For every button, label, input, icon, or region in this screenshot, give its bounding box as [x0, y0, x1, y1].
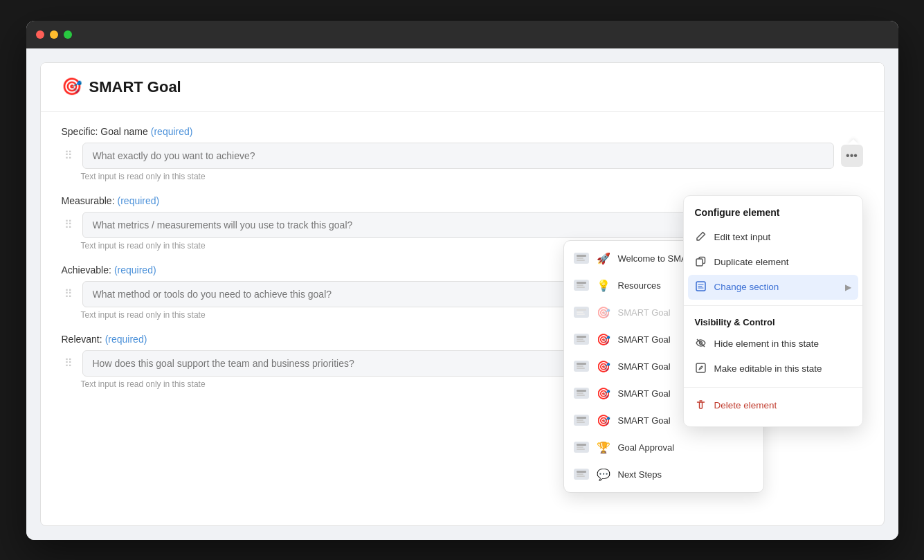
section-emoji-sg2: 🎯 — [596, 360, 611, 373]
drag-handle-achievable[interactable]: ⠿ — [62, 287, 75, 300]
section-box-icon-approval — [574, 442, 589, 453]
pencil-icon — [695, 231, 707, 244]
svg-rect-9 — [577, 336, 586, 338]
more-button-specific[interactable]: ••• — [841, 145, 863, 167]
section-box-icon-resources — [574, 280, 589, 291]
section-label-sg4: SMART Goal — [618, 415, 671, 426]
section-label-sg3: SMART Goal — [618, 388, 671, 399]
svg-rect-23 — [577, 449, 585, 450]
form-area: Specific: Goal name(required) ⠿ ••• Text… — [41, 112, 884, 525]
section-label-sg2: SMART Goal — [618, 361, 671, 372]
hide-element-item[interactable]: Hide element in this state — [684, 332, 862, 356]
make-editable-item[interactable]: Make editable in this state — [684, 356, 862, 381]
svg-rect-31 — [696, 363, 705, 372]
svg-rect-26 — [577, 476, 585, 477]
delete-label: Delete element — [714, 400, 777, 410]
delete-element-item[interactable]: Delete element — [684, 393, 862, 418]
svg-rect-15 — [577, 390, 586, 392]
main-window: 🎯 SMART Goal Specific: Goal name(require… — [26, 21, 898, 540]
app-title: SMART Goal — [89, 78, 181, 96]
section-emoji-nextsteps: 💬 — [596, 468, 611, 481]
make-editable-label: Make editable in this state — [714, 363, 822, 374]
edit-text-label: Edit text input — [714, 232, 771, 242]
svg-rect-5 — [577, 287, 585, 288]
drag-handle-specific[interactable]: ⠿ — [62, 149, 75, 162]
editable-icon — [695, 363, 707, 375]
app-header: 🎯 SMART Goal — [41, 63, 884, 112]
svg-rect-4 — [577, 284, 583, 286]
section-label-sg1: SMART Goal — [618, 334, 671, 345]
svg-rect-21 — [577, 444, 586, 446]
maximize-button[interactable] — [64, 30, 72, 39]
context-menu: Configure element Edit text input Duplic… — [683, 195, 863, 427]
target-icon: 🎯 — [62, 77, 82, 98]
section-icon — [695, 281, 707, 293]
svg-rect-19 — [577, 419, 583, 421]
field-label-specific: Specific: Goal name(required) — [62, 126, 863, 137]
minimize-button[interactable] — [50, 30, 58, 39]
chevron-right-icon: ▶ — [845, 282, 851, 292]
section-box-icon-sg2 — [574, 361, 589, 372]
svg-rect-17 — [577, 395, 585, 396]
section-label-approval: Goal Approval — [618, 442, 675, 453]
section-emoji-resources: 💡 — [596, 279, 611, 292]
svg-rect-14 — [577, 368, 585, 369]
drag-handle-relevant[interactable]: ⠿ — [62, 356, 75, 370]
svg-rect-12 — [577, 363, 586, 365]
menu-divider — [684, 305, 862, 306]
svg-rect-24 — [577, 471, 586, 473]
section-emoji-sg-disabled: 🎯 — [596, 306, 611, 319]
close-button[interactable] — [36, 30, 44, 39]
section-label-sg-disabled: SMART Goal — [618, 307, 671, 318]
svg-rect-18 — [577, 417, 586, 419]
drag-handle-measurable[interactable]: ⠿ — [62, 218, 75, 231]
trash-icon — [695, 399, 707, 412]
app-window: 🎯 SMART Goal Specific: Goal name(require… — [40, 62, 885, 526]
svg-rect-10 — [577, 338, 583, 340]
section-emoji-sg3: 🎯 — [596, 387, 611, 400]
hide-element-label: Hide element in this state — [714, 338, 819, 349]
duplicate-label: Duplicate element — [714, 257, 789, 267]
svg-rect-3 — [577, 282, 586, 284]
svg-rect-8 — [577, 314, 585, 315]
svg-rect-2 — [577, 260, 585, 261]
section-label-resources: Resources — [618, 280, 661, 291]
section-item-goal-approval[interactable]: 🏆 Goal Approval — [564, 434, 763, 461]
hide-icon — [695, 338, 707, 350]
svg-rect-16 — [577, 392, 583, 394]
svg-rect-6 — [577, 309, 586, 311]
svg-rect-27 — [696, 259, 703, 266]
context-menu-title: Configure element — [684, 204, 862, 225]
section-emoji-approval: 🏆 — [596, 441, 611, 454]
svg-rect-7 — [577, 311, 583, 313]
readonly-note-specific: Text input is read only in this state — [81, 172, 863, 181]
svg-rect-1 — [577, 258, 583, 259]
svg-rect-22 — [577, 446, 583, 448]
more-btn-wrapper: ••• — [841, 145, 863, 167]
edit-text-input-item[interactable]: Edit text input — [684, 225, 862, 250]
popover-arrow — [848, 139, 859, 145]
section-box-icon-disabled — [574, 307, 589, 318]
svg-rect-11 — [577, 341, 585, 342]
section-item-next-steps[interactable]: 💬 Next Steps — [564, 461, 763, 488]
visibility-title: Visibility & Control — [684, 311, 862, 332]
duplicate-icon — [695, 256, 707, 269]
section-box-icon-sg3 — [574, 388, 589, 399]
content-area: 🎯 SMART Goal Specific: Goal name(require… — [26, 48, 898, 540]
svg-rect-25 — [577, 473, 583, 475]
section-box-icon-welcome — [574, 253, 589, 264]
section-emoji-welcome: 🚀 — [596, 252, 611, 265]
svg-rect-0 — [577, 255, 586, 257]
svg-rect-20 — [577, 422, 585, 423]
duplicate-element-item[interactable]: Duplicate element — [684, 250, 862, 275]
section-label-nextsteps: Next Steps — [618, 469, 662, 480]
section-box-icon-sg4 — [574, 415, 589, 426]
field-specific: Specific: Goal name(required) ⠿ ••• Text… — [62, 126, 863, 181]
specific-input[interactable] — [82, 143, 834, 169]
section-emoji-sg1: 🎯 — [596, 333, 611, 346]
svg-rect-13 — [577, 365, 583, 367]
section-box-icon-nextsteps — [574, 469, 589, 480]
section-emoji-sg4: 🎯 — [596, 414, 611, 427]
titlebar — [26, 21, 898, 48]
change-section-item[interactable]: Change section ▶ — [688, 275, 858, 300]
